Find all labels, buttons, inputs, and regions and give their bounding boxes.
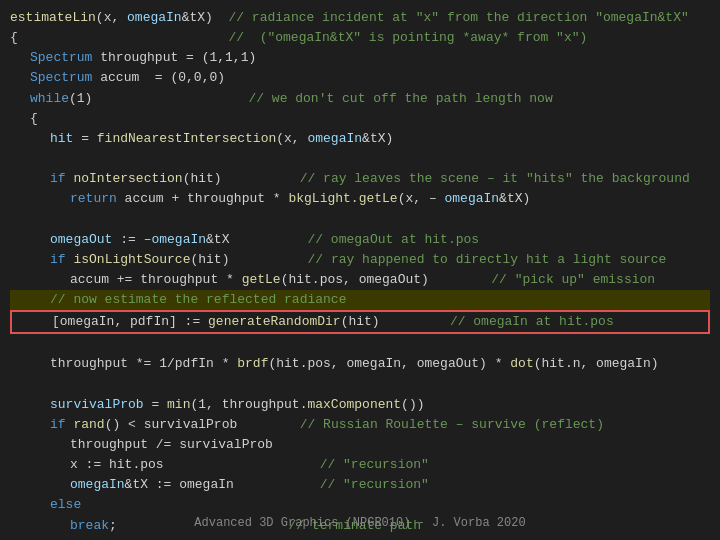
code-line-4: Spectrum accum = (0,0,0) — [10, 68, 710, 88]
code-container: estimateLin(x, omegaIn&tX) // radiance i… — [0, 0, 720, 540]
code-line-9: if noIntersection(hit) // ray leaves the… — [10, 169, 710, 189]
code-line-after-1 — [10, 334, 710, 354]
code-line-after-3 — [10, 375, 710, 395]
code-line-after-5: if rand() < survivalProb // Russian Roul… — [10, 415, 710, 435]
highlight-box-line: [omegaIn, pdfIn] := generateRandomDir(hi… — [10, 310, 710, 334]
footer-text: Advanced 3D Graphics (NPGR010) - J. Vorb… — [0, 516, 720, 530]
code-line-6: { — [10, 109, 710, 129]
footer-label: Advanced 3D Graphics (NPGR010) - J. Vorb… — [194, 516, 525, 530]
code-line-2: { // ("omegaIn&tX" is pointing *away* fr… — [10, 28, 710, 48]
code-line-5: while(1) // we don't cut off the path le… — [10, 89, 710, 109]
code-line-7: hit = findNearestIntersection(x, omegaIn… — [10, 129, 710, 149]
code-line-after-9: else — [10, 495, 710, 515]
code-line-13: if isOnLightSource(hit) // ray happened … — [10, 250, 710, 270]
code-line-after-6: throughput /= survivalProb — [10, 435, 710, 455]
code-line-14: accum += throughput * getLe(hit.pos, ome… — [10, 270, 710, 290]
code-line-11 — [10, 209, 710, 229]
code-line-after-11: } — [10, 536, 710, 540]
code-line-12: omegaOut := –omegaIn&tX // omegaOut at h… — [10, 230, 710, 250]
highlight-yellow-line: // now estimate the reflected radiance — [10, 290, 710, 310]
code-line-3: Spectrum throughput = (1,1,1) — [10, 48, 710, 68]
code-line-after-7: x := hit.pos // "recursion" — [10, 455, 710, 475]
code-line-after-2: throughput *= 1/pdfIn * brdf(hit.pos, om… — [10, 354, 710, 374]
code-line-after-8: omegaIn&tX := omegaIn // "recursion" — [10, 475, 710, 495]
code-line-after-4: survivalProb = min(1, throughput.maxComp… — [10, 395, 710, 415]
code-line-1: estimateLin(x, omegaIn&tX) // radiance i… — [10, 8, 710, 28]
code-line-8 — [10, 149, 710, 169]
code-line-10: return accum + throughput * bkgLight.get… — [10, 189, 710, 209]
